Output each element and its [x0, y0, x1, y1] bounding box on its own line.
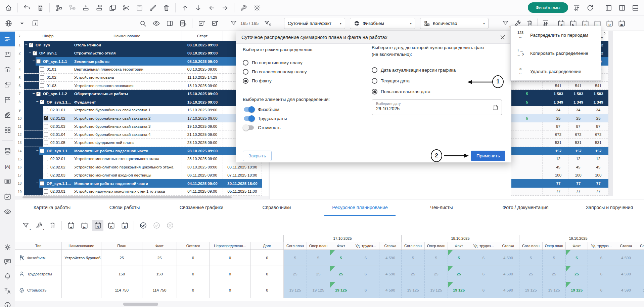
arrow-left-button[interactable]	[206, 2, 217, 13]
day-cell[interactable]: 6	[588, 266, 615, 282]
column-header-start[interactable]: Старт	[182, 31, 223, 41]
radio-date-3[interactable]: Пользовательская дата	[372, 89, 430, 94]
sidebar-item-flag[interactable]	[0, 92, 15, 107]
tab-3[interactable]: Связанные графики	[180, 199, 223, 215]
menu-item[interactable]: 123↔Распределить по периодам	[511, 26, 601, 44]
wrench-button[interactable]: ▾	[33, 220, 45, 231]
day-col-header[interactable]: Согл.план	[637, 242, 644, 250]
tab-8[interactable]: Запросы и поручения	[586, 199, 633, 215]
expand-columns-chevron-icon[interactable]	[602, 31, 607, 36]
calendar-D-icon[interactable]: D	[604, 17, 615, 29]
day-cell[interactable]: 25	[425, 266, 448, 282]
apply-button[interactable]: Применить	[471, 151, 505, 161]
day-col-header[interactable]: Согл.план	[402, 242, 425, 250]
split-left-button[interactable]	[603, 2, 614, 13]
wrench-button[interactable]	[238, 2, 249, 13]
arrow-up-button[interactable]	[179, 2, 190, 13]
date-input[interactable]: Выберите дату 29.10.2025	[372, 100, 502, 115]
radio-date-1[interactable]: Дата актуализации версии графика	[372, 67, 456, 73]
day-cell[interactable]: 5	[543, 250, 566, 266]
day-cell[interactable]: 19 125	[425, 282, 448, 298]
eye-button[interactable]	[150, 17, 162, 29]
summary-row[interactable]: 343434	[511, 106, 608, 114]
note-edit-button[interactable]	[177, 17, 189, 29]
sidebar-item-list-box[interactable]	[0, 174, 15, 189]
dropdown-2[interactable]: Физобъем▾	[350, 18, 415, 29]
sidebar-item-info-circle[interactable]	[0, 298, 15, 307]
sidebar-item-chart-bars[interactable]	[0, 62, 15, 77]
row-checkbox[interactable]	[44, 141, 48, 145]
summary-row[interactable]: 541541541	[511, 82, 608, 90]
calendar-◀-icon[interactable]: ◀	[65, 220, 77, 231]
sidebar-item-copies[interactable]	[0, 77, 15, 92]
summary-row[interactable]: 121212	[511, 155, 608, 163]
calendar-▶-icon[interactable]: ▶	[79, 220, 90, 231]
day-cell[interactable]: 5	[307, 250, 330, 266]
table-row[interactable]: 501.02Устройство котлована11.10.2025 14:…	[15, 74, 262, 82]
checklist-x-button[interactable]	[209, 17, 221, 29]
dropdown-1[interactable]: Суточный план/факт▾	[284, 18, 345, 29]
collapse-icon[interactable]: −	[35, 147, 39, 155]
filter-clear-button[interactable]	[262, 17, 273, 29]
row-checkbox[interactable]	[44, 189, 48, 194]
day-cell[interactable]: 5	[519, 250, 543, 266]
tab-1[interactable]: Карточка работы	[34, 199, 71, 215]
summary-vscrollbar[interactable]	[608, 31, 613, 196]
resource-col-header[interactable]: Нераспределенн...	[210, 242, 251, 250]
toggle-3[interactable]: Стоимость	[243, 125, 281, 130]
row-checkbox[interactable]	[44, 173, 48, 177]
toggle-switch[interactable]	[244, 107, 254, 112]
day-cell[interactable]: 5	[425, 250, 448, 266]
row-checkbox[interactable]	[44, 157, 48, 161]
toggle-switch[interactable]	[244, 116, 254, 121]
table-row[interactable]: 18−OP_syn.1.1...Монолитные работы надзем…	[15, 179, 262, 187]
sidebar-item-calendar-check[interactable]	[0, 189, 15, 204]
day-col-header[interactable]: Согл.план	[284, 242, 307, 250]
summary-row[interactable]: 157157157	[511, 147, 608, 155]
table-row[interactable]: 1502.02.01Устройство монолитных стен цок…	[15, 155, 262, 163]
trash-button[interactable]	[160, 2, 172, 13]
collapse-icon[interactable]: −	[32, 57, 36, 65]
row-checkbox[interactable]	[40, 100, 44, 104]
checklist-check-button[interactable]	[196, 17, 207, 29]
check-circle-button[interactable]	[151, 220, 162, 231]
sort-updown-button[interactable]	[571, 2, 582, 13]
calendar-D-icon[interactable]: D	[105, 220, 117, 231]
day-col-header[interactable]: Ставка	[379, 242, 402, 250]
panel-right-button[interactable]	[164, 17, 175, 29]
day-cell[interactable]: 5	[637, 250, 644, 266]
day-cell[interactable]: 25	[307, 266, 330, 282]
day-cell[interactable]: 19 125	[519, 282, 543, 298]
radio-date-2[interactable]: Текущая дата	[372, 78, 410, 84]
day-cell[interactable]: 4 590	[497, 266, 519, 282]
sidebar-item-grid-squares[interactable]	[0, 122, 15, 137]
resource-col-header[interactable]: Долг	[251, 242, 284, 250]
day-cell[interactable]: 19 125	[307, 282, 330, 298]
toggle-1[interactable]: Физобъем	[243, 107, 279, 112]
day-col-header[interactable]: Факт	[566, 242, 588, 250]
day-cell[interactable]: 6	[470, 282, 497, 298]
table-row[interactable]: 1702.02.03Устройство монолитной входной …	[15, 171, 262, 179]
table-row[interactable]: 1902.03.01Устройство наружных монолитных…	[15, 188, 262, 196]
summary-row[interactable]: 672672672	[511, 130, 608, 139]
row-add-button[interactable]	[80, 2, 91, 13]
caret-button[interactable]	[16, 17, 28, 29]
day-cell[interactable]: 19 125	[448, 282, 470, 298]
day-cell[interactable]: 25	[543, 266, 566, 282]
row-copy-button[interactable]	[93, 2, 105, 13]
day-cell[interactable]: 5	[566, 250, 588, 266]
radio-mode-3[interactable]: По факту	[243, 78, 272, 84]
globe-button[interactable]	[3, 17, 14, 29]
row-checkbox[interactable]	[40, 75, 44, 80]
table-row[interactable]: 601.03Устройство песчаного основания13.1…	[15, 82, 262, 90]
table-row[interactable]: 14−OP_syn.1.1...Монолитные работы подзем…	[15, 147, 262, 155]
resource-col-header[interactable]: Факт	[142, 242, 177, 250]
tab-7[interactable]: Фото / Документация	[503, 199, 549, 215]
sidebar-item-gantt-lines[interactable]	[0, 32, 15, 46]
copy-button[interactable]	[107, 2, 118, 13]
summary-row[interactable]: 777777	[511, 179, 608, 187]
tab-4[interactable]: Справочники	[263, 199, 291, 215]
funnel-button[interactable]: ▾	[20, 220, 31, 231]
resource-col-header[interactable]: План	[101, 242, 142, 250]
check-circle-2-button[interactable]	[137, 220, 149, 231]
